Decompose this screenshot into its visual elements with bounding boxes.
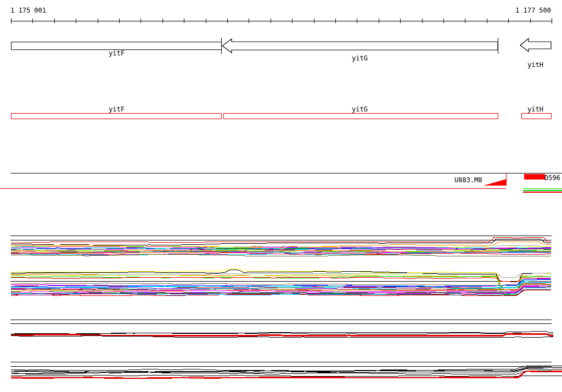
gene-label-yitH: yitH [527, 61, 543, 69]
annotation-label-yitH: yitH [527, 106, 543, 113]
motif-label-u883-m8: U883.M8 [454, 177, 482, 184]
motif-label-d596: D596 [544, 175, 560, 182]
genome-browser-view: 1 175 001 1 177 500 yitF yitG yitH yitF … [0, 0, 562, 392]
gene-label-yitG: yitG [352, 55, 368, 62]
ruler-end-coordinate: 1 177 500 [515, 7, 551, 14]
genome-tracks-graphic [0, 0, 562, 392]
annotation-label-yitG: yitG [352, 106, 368, 113]
ruler-start-coordinate: 1 175 001 [10, 7, 46, 14]
gene-label-yitF: yitF [109, 50, 125, 57]
annotation-label-yitF: yitF [109, 106, 125, 113]
